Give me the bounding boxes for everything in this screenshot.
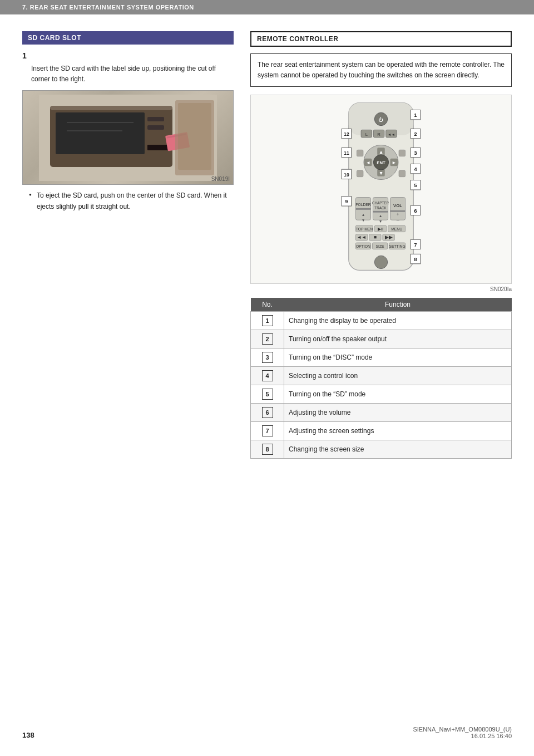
table-row-number: 8	[251, 440, 284, 459]
table-row-number: 2	[251, 330, 284, 348]
svg-rect-2	[50, 106, 172, 110]
svg-text:▲: ▲	[379, 214, 383, 218]
svg-text:R: R	[377, 132, 380, 137]
svg-rect-70	[373, 211, 388, 213]
table-row-function: Adjusting the screen settings	[284, 422, 512, 440]
svg-rect-59	[399, 150, 406, 157]
table-row-number: 7	[251, 422, 284, 440]
svg-text:11: 11	[344, 150, 349, 156]
svg-text:VOL: VOL	[393, 203, 402, 208]
svg-text:▲: ▲	[379, 149, 384, 155]
svg-text:FOLDER: FOLDER	[355, 203, 371, 207]
svg-text:▶II: ▶II	[378, 227, 383, 232]
svg-text:■: ■	[374, 235, 377, 240]
table-row-number: 1	[251, 312, 284, 330]
table-row: 6Adjusting the volume	[251, 404, 512, 422]
svg-text:6: 6	[414, 208, 417, 214]
svg-text:▼: ▼	[379, 170, 384, 176]
svg-rect-58	[357, 150, 363, 157]
svg-text:9: 9	[345, 199, 348, 205]
table-row: 3Turning on the “DISC” mode	[251, 348, 512, 367]
header-title: 7. REAR SEAT ENTERTAINMENT SYSTEM OPERAT…	[22, 4, 194, 11]
sd-card-image: SN019I	[22, 90, 234, 185]
svg-text:▼: ▼	[362, 219, 365, 223]
table-row-function: Adjusting the volume	[284, 404, 512, 422]
svg-point-96	[374, 256, 387, 269]
table-row: 8Changing the screen size	[251, 440, 512, 459]
table-row: 2Turning on/off the speaker output	[251, 330, 512, 348]
svg-rect-61	[399, 170, 406, 177]
table-row-number: 6	[251, 404, 284, 422]
sd-card-section: SD CARD SLOT 1 Insert the SD card with t…	[22, 31, 234, 459]
table-row-number: 5	[251, 385, 284, 404]
svg-text:ENT: ENT	[377, 161, 385, 166]
step-number: 1	[22, 51, 234, 60]
table-row: 4Selecting a control icon	[251, 367, 512, 385]
svg-text:▼: ▼	[379, 219, 383, 223]
page-number: 138	[22, 731, 34, 739]
table-row: 7Adjusting the screen settings	[251, 422, 512, 440]
svg-text:►: ►	[392, 160, 397, 166]
table-row: 1Changing the display to be operated	[251, 312, 512, 330]
svg-text:TRACK: TRACK	[374, 206, 387, 210]
remote-controller-title: REMOTE CONTROLLER	[250, 31, 512, 47]
sd-image-caption: SN019I	[211, 176, 230, 182]
svg-text:7: 7	[414, 242, 417, 248]
svg-text:8: 8	[414, 256, 417, 262]
svg-text:1: 1	[414, 112, 417, 118]
svg-text:◄: ◄	[365, 160, 370, 166]
svg-text:▲: ▲	[362, 213, 365, 217]
svg-rect-3	[56, 112, 145, 154]
step1-text: Insert the SD card with the label side u…	[31, 63, 234, 85]
svg-text:◄◄: ◄◄	[357, 235, 366, 240]
svg-text:⏻: ⏻	[379, 117, 384, 122]
remote-svg-diagram: 1 2 3 4 5 6	[317, 100, 445, 278]
svg-text:4: 4	[414, 166, 417, 172]
svg-rect-64	[355, 208, 370, 210]
table-row-number: 4	[251, 367, 284, 385]
svg-text:▶▶: ▶▶	[385, 235, 393, 240]
table-row-function: Turning on the “SD” mode	[284, 385, 512, 404]
svg-text:◄◄: ◄◄	[388, 132, 395, 136]
function-table: No. Function 1Changing the display to be…	[250, 298, 512, 459]
svg-text:12: 12	[344, 131, 349, 137]
svg-text:SETTING: SETTING	[389, 244, 405, 248]
svg-text:5: 5	[414, 182, 417, 188]
page-header: 7. REAR SEAT ENTERTAINMENT SYSTEM OPERAT…	[0, 0, 534, 14]
remote-image-caption: SN020Ia	[250, 286, 512, 292]
svg-text:L: L	[365, 132, 368, 137]
svg-text:CHAPTER: CHAPTER	[372, 202, 389, 205]
remote-controller-section: REMOTE CONTROLLER The rear seat entertai…	[250, 31, 512, 459]
info-box: The rear seat entertainment system can b…	[250, 53, 512, 87]
svg-text:−: −	[396, 217, 399, 224]
svg-rect-12	[178, 103, 211, 170]
sd-card-title: SD CARD SLOT	[22, 31, 234, 45]
table-row: 5Turning on the “SD” mode	[251, 385, 512, 404]
svg-text:SIZE: SIZE	[376, 244, 385, 248]
table-row-function: Changing the screen size	[284, 440, 512, 459]
svg-text:10: 10	[344, 172, 349, 178]
bullet-eject-text: To eject the SD card, push on the center…	[31, 190, 234, 212]
table-row-number: 3	[251, 348, 284, 367]
sd-card-diagram	[39, 95, 217, 181]
table-row-function: Turning on/off the speaker output	[284, 330, 512, 348]
svg-rect-60	[357, 170, 363, 177]
svg-text:OPTION: OPTION	[356, 244, 370, 248]
col-header-no: No.	[251, 298, 284, 312]
table-row-function: Turning on the “DISC” mode	[284, 348, 512, 367]
page-footer: 138 SIENNA_Navi+MM_OM08009U_(U) 16.01.25…	[0, 726, 534, 739]
svg-rect-6	[147, 117, 164, 121]
svg-text:MENU: MENU	[391, 227, 402, 231]
svg-text:2: 2	[414, 131, 417, 137]
svg-text:3: 3	[414, 150, 417, 156]
col-header-function: Function	[284, 298, 512, 312]
remote-controller-image: 1 2 3 4 5 6	[250, 95, 512, 284]
svg-rect-7	[147, 125, 164, 130]
footer-model: SIENNA_Navi+MM_OM08009U_(U) 16.01.25 16:…	[413, 726, 512, 739]
table-row-function: Selecting a control icon	[284, 367, 512, 385]
table-row-function: Changing the display to be operated	[284, 312, 512, 330]
svg-text:TOP MEN: TOP MEN	[356, 227, 373, 231]
